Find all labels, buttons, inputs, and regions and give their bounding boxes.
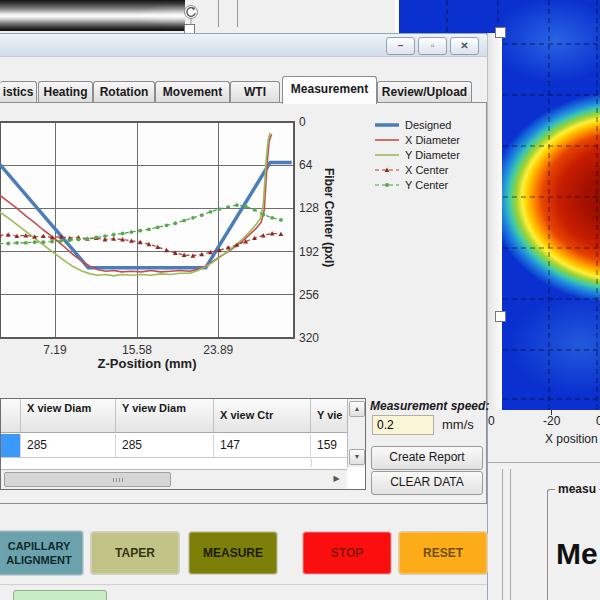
legend-label: Y Center xyxy=(405,179,448,191)
scroll-up-icon[interactable]: ▲ xyxy=(349,401,365,417)
panel-divider xyxy=(502,469,503,600)
reset-button[interactable]: RESET xyxy=(398,531,488,575)
measurement-speed-label: Measurement speed: xyxy=(370,399,489,413)
table-cell[interactable]: 147 xyxy=(214,434,311,458)
legend-label: Designed xyxy=(405,119,451,131)
measure-button[interactable]: MEASURE xyxy=(188,531,278,575)
capillary-alignment-button[interactable]: CAPILLARY ALIGNMENT xyxy=(0,530,84,576)
table-header-cell[interactable]: Y vie xyxy=(311,399,347,433)
strip-divider xyxy=(237,0,238,27)
tab-movement[interactable]: Movement xyxy=(155,81,230,102)
chart-y-axis-title: Fiber Center (pxl) xyxy=(322,168,336,267)
x-tick-label: 0 xyxy=(488,414,495,428)
maximize-button[interactable]: ▫ xyxy=(418,37,447,55)
heatmap-x-axis-title: X position xyxy=(545,432,598,446)
table-cell[interactable]: 285 xyxy=(21,434,116,458)
legend-item: Y Center xyxy=(374,177,486,192)
svg-text:320: 320 xyxy=(299,331,319,345)
tab-measurement[interactable]: Measurement xyxy=(282,76,377,104)
tab-review-upload[interactable]: Review/Upload xyxy=(377,81,472,102)
table-horizontal-scrollbar[interactable]: ▶ xyxy=(1,469,347,489)
table-vertical-scrollbar[interactable]: ▲ ▼ xyxy=(347,399,365,467)
svg-text:23.89: 23.89 xyxy=(203,343,233,357)
tab-heating[interactable]: Heating xyxy=(38,81,93,102)
legend-label: X Center xyxy=(405,164,448,176)
legend-item: Y Diameter xyxy=(374,147,486,162)
table-header-cell[interactable]: X view Ctr xyxy=(214,399,311,433)
svg-text:64: 64 xyxy=(299,158,313,172)
svg-text:15.58: 15.58 xyxy=(122,343,152,357)
table-row-partial xyxy=(21,459,117,467)
bottom-divider xyxy=(0,584,487,586)
resize-handle[interactable] xyxy=(495,311,506,322)
title-bar[interactable]: – ▫ ✕ xyxy=(0,34,487,57)
stop-button[interactable]: STOP xyxy=(302,531,392,575)
measurement-speed-input[interactable] xyxy=(372,415,434,435)
legend-item: X Diameter xyxy=(374,132,486,147)
tab-istics[interactable]: istics xyxy=(0,81,37,102)
svg-text:256: 256 xyxy=(299,288,319,302)
top-strip xyxy=(0,0,399,33)
window-controls: – ▫ ✕ xyxy=(386,37,479,55)
scrollbar-grip xyxy=(113,478,125,482)
x-tick-label: -20 xyxy=(543,414,560,428)
table-cell[interactable]: 285 xyxy=(116,434,214,458)
table-header-cell[interactable]: Y view Diam xyxy=(116,399,214,433)
minimize-button[interactable]: – xyxy=(386,37,415,55)
tab-wti[interactable]: WTI xyxy=(230,81,280,102)
svg-text:0: 0 xyxy=(299,115,306,129)
green-status-button[interactable] xyxy=(13,590,107,600)
fiber-camera-image xyxy=(0,0,185,31)
tab-rotation[interactable]: Rotation xyxy=(93,81,155,102)
taper-button[interactable]: TAPER xyxy=(90,531,180,575)
legend-item: X Center xyxy=(374,162,486,177)
strip-divider xyxy=(218,0,219,27)
svg-text:192: 192 xyxy=(299,245,319,259)
chart-x-axis-title: Z-Position (mm) xyxy=(62,356,232,371)
heatmap-x-axis: 0 -20 0 X position xyxy=(487,410,600,462)
x-tick-label: 0 xyxy=(596,414,600,428)
table-row-partial xyxy=(116,459,215,467)
scroll-down-icon[interactable]: ▼ xyxy=(349,449,365,465)
speed-unit-label: mm/s xyxy=(442,417,474,432)
table-cell-selected[interactable] xyxy=(1,434,21,458)
resize-handle[interactable] xyxy=(495,27,506,38)
svg-text:128: 128 xyxy=(299,201,319,215)
measure-groupbox-label: measu xyxy=(555,482,599,496)
legend-item: Designed xyxy=(374,117,486,132)
measurement-table: X view Diam Y view Diam X view Ctr Y vie… xyxy=(0,398,366,490)
window-gap-strip xyxy=(487,33,502,410)
svg-text:7.19: 7.19 xyxy=(43,343,67,357)
panel-divider xyxy=(510,469,511,600)
scroll-right-icon[interactable]: ▶ xyxy=(330,472,343,485)
create-report-button[interactable]: Create Report xyxy=(371,446,483,470)
table-cell[interactable]: 159 xyxy=(311,434,347,458)
measure-indicator-text: Me xyxy=(556,537,598,571)
table-header-cell[interactable]: X view Diam xyxy=(21,399,116,433)
table-row-partial xyxy=(214,459,312,467)
legend-label: Y Diameter xyxy=(405,149,460,161)
chart-legend: DesignedX DiameterY DiameterX CenterY Ce… xyxy=(374,117,486,192)
legend-label: X Diameter xyxy=(405,134,460,146)
scrollbar-thumb[interactable] xyxy=(4,472,171,487)
table-header-cell[interactable] xyxy=(1,399,21,433)
clear-data-button[interactable]: CLEAR DATA xyxy=(371,471,483,495)
bottom-right-panel: measu Me xyxy=(487,462,600,600)
close-button[interactable]: ✕ xyxy=(450,37,479,55)
